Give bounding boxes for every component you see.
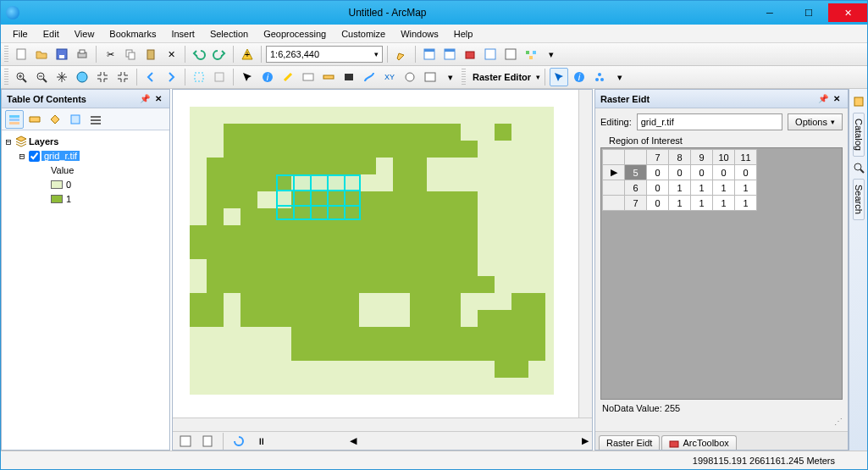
catalog-window-button[interactable] (420, 45, 439, 64)
roi-grid[interactable]: 7 8 9 10 11 ▶ 5 0 0 0 0 (600, 147, 843, 400)
identify-button[interactable]: i (258, 68, 277, 86)
cell[interactable]: 1 (713, 180, 735, 196)
scroll-left-icon[interactable]: ◀ (350, 435, 357, 446)
search-window-button[interactable] (440, 45, 459, 64)
model-builder-button[interactable] (501, 45, 520, 64)
add-data-button[interactable]: + (238, 45, 257, 64)
cell[interactable]: 1 (713, 196, 735, 211)
goto-xy-button[interactable]: XY (380, 68, 399, 86)
raster-editor-label[interactable]: Raster Editor (469, 72, 534, 82)
delete-button[interactable]: ✕ (162, 45, 180, 64)
col-header[interactable]: 7 (647, 150, 669, 165)
editing-input[interactable] (637, 113, 782, 130)
maximize-button[interactable]: ☐ (789, 3, 828, 22)
resize-grip[interactable]: ⋰ (600, 417, 843, 426)
cell[interactable]: 0 (647, 180, 669, 196)
zoom-in-button[interactable] (12, 68, 30, 86)
row-header[interactable]: 7 (625, 196, 647, 211)
toolbar-grip[interactable] (4, 69, 8, 86)
menu-file[interactable]: File (6, 27, 35, 41)
col-header[interactable]: 9 (691, 150, 713, 165)
raster-info-button[interactable]: i (570, 68, 589, 86)
row-selector[interactable] (603, 196, 625, 211)
raster-settings-button[interactable] (590, 68, 609, 86)
new-button[interactable] (12, 45, 30, 64)
fixed-zoom-out-button[interactable] (113, 68, 132, 86)
row-selector[interactable]: ▶ (603, 165, 625, 180)
row-header[interactable]: 6 (625, 180, 647, 196)
editor-toolbar-button[interactable] (392, 45, 411, 64)
horizontal-scrollbar[interactable] (173, 417, 592, 431)
close-icon[interactable]: ✕ (152, 93, 164, 105)
list-by-selection-button[interactable] (66, 110, 85, 129)
cell[interactable]: 0 (647, 165, 669, 180)
tab-raster-edit[interactable]: Raster Eidt (599, 435, 660, 450)
zoom-out-button[interactable] (32, 68, 51, 86)
vertical-scrollbar[interactable] (578, 90, 592, 417)
table-row[interactable]: ▶ 5 0 0 0 0 0 (603, 165, 757, 180)
menu-help[interactable]: Help (447, 27, 480, 41)
forward-button[interactable] (162, 68, 180, 86)
measure-button[interactable] (319, 68, 338, 86)
cell[interactable]: 0 (647, 196, 669, 211)
side-tab-search[interactable]: Search (853, 179, 865, 220)
menu-geoprocessing[interactable]: Geoprocessing (257, 27, 333, 41)
cell[interactable]: 1 (691, 196, 713, 211)
save-button[interactable] (53, 45, 71, 64)
row-selector[interactable] (603, 180, 625, 196)
pin-icon[interactable]: 📌 (139, 93, 151, 105)
paste-button[interactable] (141, 45, 160, 64)
results-window-button[interactable] (522, 45, 540, 64)
cell[interactable]: 0 (735, 165, 757, 180)
row-header[interactable]: 5 (625, 165, 647, 180)
pause-drawing-button[interactable]: ⏸ (252, 432, 270, 451)
html-popup-button[interactable] (299, 68, 318, 86)
toolbar-overflow[interactable]: ▾ (611, 68, 629, 86)
toolbar-overflow[interactable]: ▾ (542, 45, 561, 64)
layers-root[interactable]: ⊟ Layers (3, 135, 168, 148)
toolbar-grip[interactable] (462, 69, 466, 86)
table-row[interactable]: 6 0 1 1 1 1 (603, 180, 757, 196)
toolbar-grip[interactable] (4, 46, 8, 63)
cell[interactable]: 0 (691, 165, 713, 180)
scroll-right-icon[interactable]: ▶ (582, 435, 589, 446)
find-route-button[interactable] (360, 68, 379, 86)
list-by-visibility-button[interactable] (46, 110, 64, 129)
catalog-icon[interactable] (849, 92, 868, 111)
minimize-button[interactable]: ─ (750, 3, 789, 22)
menu-insert[interactable]: Insert (164, 27, 202, 41)
select-features-button[interactable] (190, 68, 208, 86)
raster-select-button[interactable] (550, 68, 568, 86)
table-row[interactable]: 7 0 1 1 1 1 (603, 196, 757, 211)
cut-button[interactable]: ✂ (101, 45, 119, 64)
cell[interactable]: 0 (713, 165, 735, 180)
col-header[interactable]: 8 (669, 150, 691, 165)
roi-selection[interactable] (276, 174, 361, 220)
search-icon[interactable] (849, 158, 868, 177)
menu-bookmarks[interactable]: Bookmarks (102, 27, 163, 41)
cell[interactable]: 1 (669, 180, 691, 196)
undo-button[interactable] (190, 45, 208, 64)
layer-visibility-checkbox[interactable] (29, 151, 40, 162)
refresh-button[interactable] (229, 432, 248, 451)
menu-edit[interactable]: Edit (36, 27, 66, 41)
find-button[interactable] (340, 68, 358, 86)
tab-arctoolbox[interactable]: ArcToolbox (661, 435, 736, 450)
close-icon[interactable]: ✕ (831, 93, 843, 105)
options-button[interactable]: Options▾ (788, 113, 843, 130)
cell[interactable]: 1 (735, 196, 757, 211)
copy-button[interactable] (121, 45, 140, 64)
options-button[interactable] (86, 110, 105, 129)
hyperlink-button[interactable] (279, 68, 297, 86)
cell[interactable]: 1 (735, 180, 757, 196)
scale-input[interactable]: 1:6,263,440▾ (266, 46, 383, 63)
full-extent-button[interactable] (73, 68, 91, 86)
chevron-down-icon[interactable]: ▾ (374, 50, 379, 58)
menu-windows[interactable]: Windows (394, 27, 445, 41)
toc-tree[interactable]: ⊟ Layers ⊟ grid_r.tif Value 0 (2, 130, 169, 450)
open-button[interactable] (32, 45, 51, 64)
cell[interactable]: 0 (669, 165, 691, 180)
print-button[interactable] (73, 45, 91, 64)
python-window-button[interactable] (481, 45, 500, 64)
map-canvas[interactable] (173, 90, 578, 417)
